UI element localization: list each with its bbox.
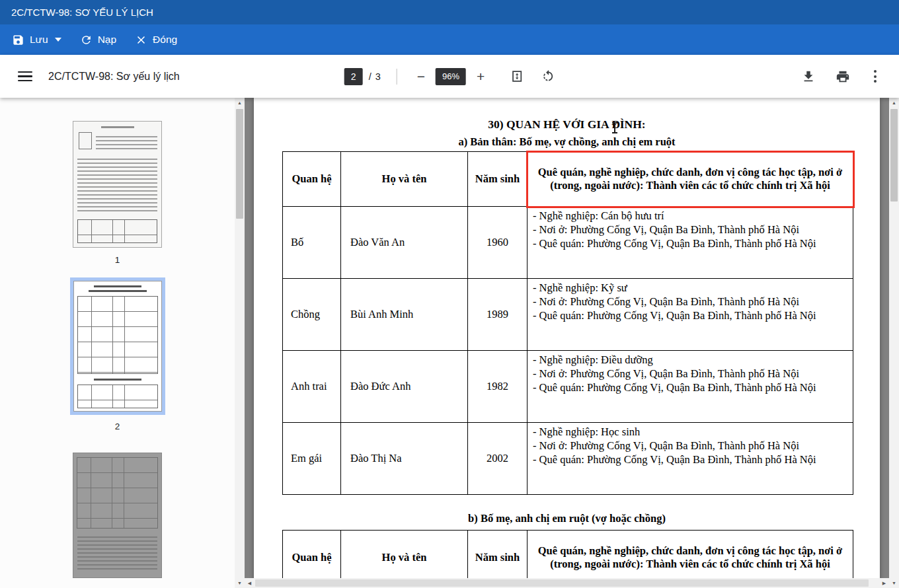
details-line: - Quê quán: Phường Cống Vị, Quận Ba Đình…	[533, 237, 825, 250]
save-button[interactable]: Lưu	[3, 27, 71, 53]
table-header-row: Quan hệ Họ và tên Năm sinh Quê quán, ngh…	[283, 531, 853, 585]
details-cell: - Nghề nghiệp: Kỹ sư - Nơi ở: Phường Cốn…	[528, 279, 853, 351]
details-line: - Nghề nghiệp: Học sinh	[533, 425, 825, 439]
details-line: - Nơi ở: Phường Cống Vị, Quận Ba Đình, T…	[533, 439, 825, 453]
header-year: Năm sinh	[468, 531, 528, 585]
reload-button[interactable]: Nạp	[71, 27, 126, 53]
pdf-page: 30) QUAN HỆ VỚI GIA ĐÌNH: a) Bản thân: B…	[254, 98, 880, 588]
name-cell: Đào Đức Anh	[341, 351, 468, 423]
print-button[interactable]	[836, 69, 850, 84]
relation-cell: Chồng	[283, 279, 341, 351]
year-cell: 1960	[468, 207, 528, 279]
thumbnail-page-2[interactable]	[73, 281, 162, 412]
details-cell: - Nghề nghiệp: Học sinh - Nơi ở: Phường …	[528, 423, 853, 495]
fit-page-button[interactable]	[510, 69, 524, 83]
thumb-decor	[94, 379, 141, 381]
table-row: Em gái Đào Thị Na 2002 - Nghề nghiệp: Họ…	[283, 423, 853, 495]
thumbnail-page-1[interactable]	[73, 121, 162, 248]
thumbnail-sidebar: 1 2	[0, 98, 235, 588]
scroll-right-icon[interactable]: ▶	[879, 578, 889, 588]
rotate-button[interactable]	[541, 69, 555, 83]
header-relation: Quan hệ	[283, 152, 341, 207]
header-details-highlighted: Quê quán, nghề nghiệp, chức danh, đơn vị…	[528, 152, 853, 207]
vertical-scrollbar[interactable]: ▲ ▼	[889, 98, 899, 588]
details-line: - Quê quán: Phường Cống Vị, Quận Ba Đình…	[533, 309, 825, 322]
family-table-a: Quan hệ Họ và tên Năm sinh Quê quán, ngh…	[282, 151, 853, 495]
more-options-button[interactable]	[870, 69, 880, 84]
thumb-decor	[89, 290, 147, 292]
table-header-row: Quan hệ Họ và tên Năm sinh Quê quán, ngh…	[283, 152, 853, 207]
scroll-down-icon[interactable]: ▼	[235, 578, 245, 588]
pdf-center-controls: / 3 − 96% +	[344, 68, 555, 85]
thumb-decor	[101, 126, 134, 128]
header-relation: Quan hệ	[283, 531, 341, 585]
thumbnail-label-2[interactable]: 2	[73, 422, 162, 431]
year-cell: 1989	[468, 279, 528, 351]
sidebar-scrollbar[interactable]: ▲ ▼	[235, 98, 245, 588]
thumb-decor	[77, 219, 157, 243]
close-button-label: Đóng	[153, 34, 177, 46]
thumb-decor	[94, 285, 141, 287]
vertical-scrollbar-thumb[interactable]	[890, 109, 898, 202]
table-row: Anh trai Đào Đức Anh 1982 - Nghề nghiệp:…	[283, 351, 853, 423]
scroll-up-icon[interactable]: ▲	[889, 98, 899, 108]
page-count: / 3	[369, 71, 381, 82]
thumb-decor	[77, 296, 158, 374]
horizontal-scrollbar[interactable]: ◀ ▶	[245, 578, 889, 588]
year-cell: 1982	[468, 351, 528, 423]
page-separator: /	[369, 71, 371, 82]
close-icon	[135, 34, 147, 46]
chevron-down-icon	[55, 38, 61, 42]
details-line: - Nơi ở: Phường Cống Vị, Quận Ba Đình, T…	[533, 295, 825, 309]
scroll-up-icon[interactable]: ▲	[235, 98, 245, 108]
sidebar-scrollbar-thumb[interactable]	[236, 109, 243, 219]
section-a-title: a) Bản thân: Bố mẹ, vợ chồng, anh chị em…	[254, 135, 880, 149]
window-titlebar: 2C/TCTW-98: SƠ YẾU LÝ LỊCH	[0, 0, 899, 24]
zoom-out-button[interactable]: −	[409, 68, 433, 85]
save-button-label: Lưu	[30, 34, 48, 46]
thumbnail-page-3[interactable]	[73, 453, 162, 578]
page-number-input[interactable]	[344, 68, 363, 85]
name-cell: Đào Thị Na	[341, 423, 468, 495]
details-line: - Nghề nghiệp: Kỹ sư	[533, 281, 825, 295]
pdf-right-controls	[801, 69, 880, 84]
thumb-decor	[77, 534, 157, 571]
header-name: Họ và tên	[341, 152, 468, 207]
scroll-down-icon[interactable]: ▼	[889, 578, 899, 588]
table-row: Chồng Bùi Anh Minh 1989 - Nghề nghiệp: K…	[283, 279, 853, 351]
relation-cell: Bố	[283, 207, 341, 279]
section-b-title: b) Bố mẹ, anh chị em ruột (vợ hoặc chồng…	[254, 512, 880, 525]
close-button[interactable]: Đóng	[126, 27, 186, 53]
details-line: - Nơi ở: Phường Cống Vị, Quận Ba Đình, T…	[533, 367, 825, 381]
zoom-in-button[interactable]: +	[469, 68, 492, 85]
menu-icon[interactable]	[18, 69, 32, 85]
download-button[interactable]	[801, 69, 816, 84]
header-name: Họ và tên	[341, 531, 468, 585]
name-cell: Bùi Anh Minh	[341, 279, 468, 351]
app-toolbar: Lưu Nạp Đóng	[0, 24, 899, 55]
pdf-viewer[interactable]: 30) QUAN HỆ VỚI GIA ĐÌNH: a) Bản thân: B…	[245, 98, 889, 588]
name-cell: Đào Văn An	[341, 207, 468, 279]
thumb-decor	[96, 133, 157, 152]
table-row: Bố Đào Văn An 1960 - Nghề nghiệp: Cán bộ…	[283, 207, 853, 279]
content-area: 1 2 ▲ ▼ 30) QUAN HỆ VỚI GIA ĐÌNH: a) Bản…	[0, 98, 899, 588]
pdf-document-title: 2C/TCTW-98: Sơ yếu lý lịch	[48, 71, 180, 83]
year-cell: 2002	[468, 423, 528, 495]
thumb-decor	[77, 457, 158, 529]
relation-cell: Anh trai	[283, 351, 341, 423]
details-line: - Quê quán: Phường Cống Vị, Quận Ba Đình…	[533, 453, 825, 466]
reload-icon	[80, 34, 93, 46]
relation-cell: Em gái	[283, 423, 341, 495]
reload-button-label: Nạp	[98, 34, 116, 46]
horizontal-scrollbar-thumb[interactable]	[255, 579, 869, 587]
thumbnail-label-1[interactable]: 1	[73, 255, 162, 265]
text-cursor-icon	[614, 123, 615, 133]
details-line: - Nghề nghiệp: Cán bộ hưu trí	[533, 209, 825, 223]
total-pages: 3	[375, 71, 381, 82]
thumb-decor	[77, 156, 157, 214]
header-details: Quê quán, nghề nghiệp, chức danh, đơn vị…	[528, 531, 853, 585]
details-line: - Nghề nghiệp: Điều dưỡng	[533, 353, 825, 367]
thumb-decor	[77, 385, 158, 408]
scroll-left-icon[interactable]: ◀	[245, 578, 254, 588]
details-line: - Nơi ở: Phường Cống Vị, Quận Ba Đình, T…	[533, 223, 825, 237]
